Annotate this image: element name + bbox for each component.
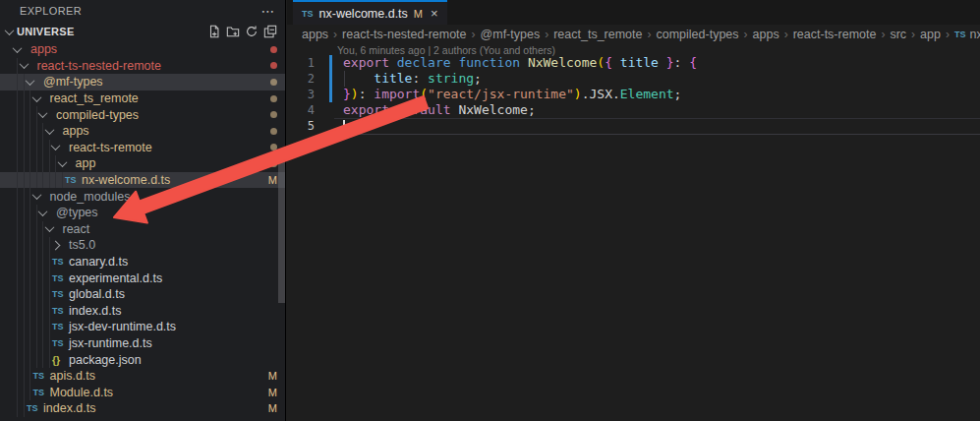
breadcrumb-item[interactable]: apps [302,28,328,41]
tree-item-label: node_modules [50,190,131,204]
modified-m-badge: M [268,368,277,385]
chevron-glyph [51,240,61,250]
tree-indent-guide [24,155,25,172]
code-editor[interactable]: You, 6 minutes ago | 2 authors (You and … [287,44,980,421]
tree-row[interactable]: react_ts_remote [0,90,286,107]
code-token: declare [397,55,451,70]
tree-indent-guide [24,319,25,335]
ts-file-icon: TS [52,273,67,283]
breadcrumb-item[interactable]: app [920,28,941,41]
line-number[interactable]: 5 [287,119,326,133]
tree-row[interactable]: react-ts-remote [0,140,286,156]
chevron-glyph [31,190,41,200]
tree-row[interactable]: {}package.json [0,351,286,368]
tree-row[interactable]: TSapis.d.tsM [0,368,286,385]
chevron-down-icon [5,26,15,35]
code-line[interactable]: 1export declare function NxWelcome({ tit… [287,55,980,71]
chevron-down-icon[interactable] [59,160,74,167]
chevron-down-icon[interactable] [39,111,54,118]
chevron-down-icon[interactable] [33,193,48,200]
chevron-down-icon[interactable] [33,95,48,102]
new-file-icon[interactable] [207,25,221,38]
new-folder-icon[interactable] [226,25,240,38]
tree-row[interactable]: react [0,221,286,238]
tree-indent-guide [24,106,25,123]
tree-indent-guide [42,123,43,140]
code-line[interactable]: 5 [287,118,980,134]
code-line[interactable]: 2 title: string; [287,71,980,87]
tree-row[interactable]: TSnx-welcome.d.tsM [0,172,286,189]
more-actions-icon[interactable]: ⋯ [261,6,275,16]
breadcrumb-label: react_ts_remote [553,28,642,41]
breadcrumb-item[interactable]: TSnx-welcome.d.ts [954,28,980,41]
tree-indent-guide [24,351,25,368]
refresh-icon[interactable] [245,25,259,38]
text-cursor [343,120,345,133]
breadcrumb-item[interactable]: src [890,28,906,41]
tree-indent-guide [24,188,25,205]
tree-row[interactable]: ts5.0 [0,237,286,254]
explorer-sidebar: EXPLORER ⋯ UNIVERSE [0,0,286,421]
chevron-down-icon[interactable] [46,225,61,232]
breadcrumb-item[interactable]: apps [753,28,779,41]
tree-row[interactable]: TSexperimental.d.ts [0,270,286,286]
tree-indent-guide [17,221,18,238]
code-line[interactable]: 4export default NxWelcome; [287,102,980,118]
ts-file-icon: TS [27,403,41,413]
git-modified-gutter [329,87,332,102]
ts-file-icon: TS [954,30,966,39]
tree-indent-guide [17,123,18,140]
chevron-down-icon[interactable] [39,210,54,216]
tree-indent-guide [17,270,18,286]
tree-indent-guide [42,286,43,303]
tree-row[interactable]: apps [0,41,286,58]
line-number[interactable]: 1 [287,56,326,70]
code-token: Element [620,87,674,101]
line-number[interactable]: 3 [287,88,326,101]
breadcrumb-item[interactable]: react-ts-remote [793,28,877,41]
tree-row[interactable]: @mf-types [0,74,286,90]
workspace-section-header[interactable]: UNIVERSE [0,22,285,41]
tree-row[interactable]: app [0,155,286,172]
chevron-down-icon[interactable] [14,46,29,53]
tree-row[interactable]: TSindex.d.ts [0,303,286,320]
line-number[interactable]: 4 [287,103,326,117]
tree-row[interactable]: @types [0,205,286,221]
tree-item-label: react [63,222,90,236]
sidebar-scrollbar[interactable] [278,154,285,303]
tree-indent-guide [24,205,25,221]
chevron-down-icon[interactable] [21,62,35,69]
tree-indent-guide [42,237,43,254]
breadcrumb-item[interactable]: compiled-types [657,28,739,41]
gitlens-blame-annotation[interactable]: You, 6 minutes ago | 2 authors (You and … [337,44,980,55]
tree-row[interactable]: TSModule.d.tsM [0,384,286,400]
tree-row[interactable]: react-ts-nested-remote [0,58,286,75]
code-line[interactable]: 3}): import("react/jsx-runtime").JSX.Ele… [287,87,980,102]
tree-row[interactable]: node_modules [0,188,286,205]
chevron-right-icon[interactable] [52,242,67,249]
tree-item-label: @mf-types [43,75,103,89]
tree-row[interactable]: apps [0,123,286,140]
collapse-all-icon[interactable] [263,25,277,38]
tree-row[interactable]: TSjsx-dev-runtime.d.ts [0,319,286,335]
line-number[interactable]: 2 [287,72,326,86]
chevron-down-icon[interactable] [52,144,67,150]
tree-indent-guide [17,351,18,368]
tree-row[interactable]: TSindex.d.tsM [0,400,286,417]
chevron-down-icon[interactable] [46,128,61,135]
breadcrumb-item[interactable]: @mf-types [481,28,541,41]
breadcrumb-separator: › [946,28,950,41]
tree-row[interactable]: TSjsx-runtime.d.ts [0,335,286,352]
tree-item-label: react-ts-nested-remote [37,59,161,73]
breadcrumb-item[interactable]: react_ts_remote [553,28,642,41]
code-token: export [343,102,389,117]
tab-nx-welcome[interactable]: TS nx-welcome.d.ts M × [293,0,447,25]
tab-close-icon[interactable]: × [431,6,438,21]
tree-row[interactable]: TScanary.d.ts [0,254,286,271]
tree-row[interactable]: compiled-types [0,106,286,123]
tree-row[interactable]: TSglobal.d.ts [0,286,286,303]
chevron-down-icon[interactable] [27,79,41,86]
breadcrumb-item[interactable]: react-ts-nested-remote [342,28,466,41]
ts-file-icon: TS [33,371,48,381]
tree-item-label: canary.d.ts [69,255,128,269]
